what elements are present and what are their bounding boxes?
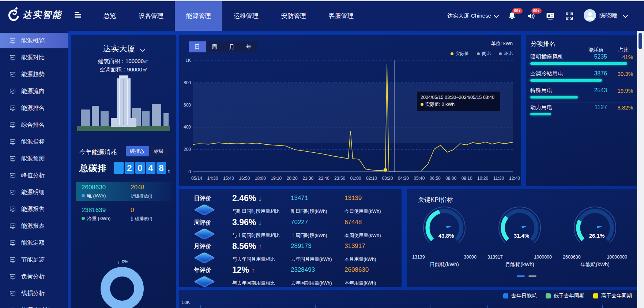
x-axis-tick: 06:50 (430, 176, 441, 181)
sidebar-item-4[interactable]: 能源流向 (0, 84, 68, 99)
legend-item-2[interactable]: 同比 (477, 51, 491, 57)
user-menu[interactable]: 陈晓曦 (584, 9, 627, 23)
scrollbar-thumb[interactable] (639, 33, 642, 49)
current-label: 本月用量(kWh) (344, 256, 376, 263)
kpi-panel: 关键KPI指标 43.8%1313930000日能耗(kWh)31.4%3139… (407, 189, 637, 287)
consumption-toggle: 碳排放标煤 (126, 146, 168, 156)
previous-label: 去年同期用量(kWh) (291, 280, 332, 286)
platform-3d-icon (193, 252, 215, 263)
carbon-conversion: 0折碳排放(t) (131, 207, 152, 222)
sidebar-item-label: 能源排名 (21, 104, 45, 112)
sidebar-item-5[interactable]: 能源排名 (0, 100, 68, 116)
x-axis-tick: 02:10 (366, 176, 377, 181)
trend-tab-2[interactable]: 周 (206, 41, 223, 52)
gauge-label: 月能耗(kWh) (487, 261, 552, 268)
building-selector[interactable]: 达实大厦 (71, 43, 176, 54)
evaluation-percent: 3.96%↓ (232, 218, 262, 227)
menu-item-1[interactable]: 总览 (92, 1, 127, 31)
legend-item-1[interactable]: 实际值 (451, 51, 469, 57)
trend-tab-3[interactable]: 月 (223, 41, 240, 52)
evaluation-title: 周评价 (194, 219, 211, 227)
sidebar-item-2[interactable]: 能源对比 (0, 50, 68, 65)
sidebar-item-15[interactable]: 负荷分析 (0, 269, 68, 284)
energy-row-1[interactable]: 2608630电 (kWh)2048折碳排放(t) (76, 182, 172, 201)
ranking-bar (530, 79, 602, 82)
notification-bell-button[interactable]: 99+ (508, 11, 517, 21)
energy-row-2[interactable]: 2381639冷量 (kWh)0折碳排放(t) (76, 204, 172, 223)
energy-compare-icon (10, 55, 16, 61)
sidebar-item-13[interactable]: 能源定额 (0, 235, 68, 251)
bottom-legend-item-2[interactable]: 低于去年同期 (546, 293, 584, 299)
peak-analysis-icon (10, 172, 16, 179)
bottom-legend-label: 去年日能耗 (511, 293, 537, 299)
build-area-row: 建筑面积：100000㎡ (71, 58, 176, 65)
pagination-dot-2[interactable] (528, 275, 536, 277)
sidebar-item-17[interactable]: 能源分时段 (0, 303, 68, 308)
energy-name: 电 (kWh) (82, 193, 172, 199)
carbon-conversion: 2048折碳排放(t) (131, 184, 152, 199)
sidebar-item-label: 能源分时段 (21, 307, 50, 308)
gauge-label: 年能耗(kWh) (563, 261, 627, 268)
contact-card-button[interactable] (546, 11, 555, 21)
sidebar-item-12[interactable]: 能源报表 (0, 218, 68, 234)
gauge-max: 10000000 (607, 255, 627, 260)
toggle-option-1[interactable]: 碳排放 (126, 146, 150, 156)
top-hairline (0, 0, 644, 1)
trend-tab-1[interactable]: 日 (189, 41, 206, 52)
carbon-digit-2: 2 (125, 162, 134, 174)
bottom-grid-line (373, 305, 373, 308)
gauge-max: 30000 (464, 255, 477, 260)
sidebar-item-7[interactable]: 能源指标 (0, 134, 68, 149)
menu-item-6[interactable]: 客服管理 (317, 1, 365, 31)
ranking-panel: 分项排名 能耗值 占比 照明插座风机523541%空调冷站用电387630.3%… (526, 35, 637, 186)
energy-ranking-icon (10, 105, 16, 111)
sidebar-item-9[interactable]: 峰值分析 (0, 168, 68, 183)
menu-item-3[interactable]: 能源管理 (175, 1, 222, 31)
saving-footprint-icon (10, 257, 16, 263)
app-logo[interactable]: 达实智能 (6, 6, 62, 23)
ranking-row-2: 空调冷站用电387630.3% (530, 69, 633, 86)
platform-3d-icon (193, 276, 215, 287)
sound-alert-button[interactable]: 99+ (527, 11, 536, 21)
logo-text: 达实智能 (23, 9, 62, 21)
series-dot-icon (421, 103, 423, 106)
ranking-row-4: 动力用电11278.82% (530, 103, 633, 119)
bottom-legend-item-1[interactable]: 去年日能耗 (503, 293, 537, 299)
sidebar-item-1[interactable]: 能源概览 (0, 33, 68, 48)
current-value: 313917 (344, 242, 365, 250)
sidebar-item-6[interactable]: 综合排名 (0, 117, 68, 133)
sidebar-item-label: 能源流向 (21, 88, 45, 95)
previous-label: 昨日同时段(kWh) (291, 208, 327, 215)
current-value: 13139 (344, 194, 362, 202)
menu-item-2[interactable]: 设备管理 (127, 1, 175, 31)
fullscreen-button[interactable] (565, 11, 574, 21)
ranking-bar (530, 96, 578, 99)
arrow-down-icon: ↓ (258, 219, 262, 227)
menu-collapse-icon[interactable] (75, 12, 82, 18)
sidebar-item-11[interactable]: 能源报告 (0, 201, 68, 217)
ranking-row-1: 照明插座风机523541% (530, 52, 633, 69)
tooltip-series-label: 实际值: (425, 102, 440, 107)
legend-item-3[interactable]: 环比 (499, 51, 513, 57)
sidebar-item-14[interactable]: 节能足迹 (0, 252, 68, 267)
bottom-chart-axis (200, 305, 635, 305)
menu-item-4[interactable]: 运维管理 (222, 1, 270, 31)
sidebar-item-16[interactable]: 线损分析 (0, 286, 68, 301)
sidebar-item-8[interactable]: 能源预测 (0, 151, 68, 166)
pagination-dot-1[interactable] (517, 275, 525, 277)
trend-tab-4[interactable]: 年 (240, 41, 257, 52)
x-axis-tick: 21:30 (302, 176, 313, 181)
ranking-percent: 8.82% (611, 104, 633, 111)
toggle-option-2[interactable]: 标煤 (149, 146, 168, 156)
sidebar-item-10[interactable]: 能源明细 (0, 185, 68, 200)
evaluation-panel: 日评价2.46%↓与昨日同时段用量相比13471昨日同时段(kWh)13139今… (179, 189, 402, 287)
bottom-grid-line (635, 305, 635, 308)
site-selector-label: 达实大厦-Chinese (447, 12, 491, 19)
scrollbar[interactable] (637, 31, 644, 308)
menu-item-5[interactable]: 安防管理 (270, 1, 317, 31)
site-selector-dropdown[interactable]: 达实大厦-Chinese (447, 12, 498, 19)
gauge-max: 1000000 (534, 255, 552, 260)
bottom-legend-item-3[interactable]: 高于去年同期 (593, 293, 632, 299)
sidebar-item-3[interactable]: 能源趋势 (0, 67, 68, 82)
ranking-bar (530, 62, 627, 65)
